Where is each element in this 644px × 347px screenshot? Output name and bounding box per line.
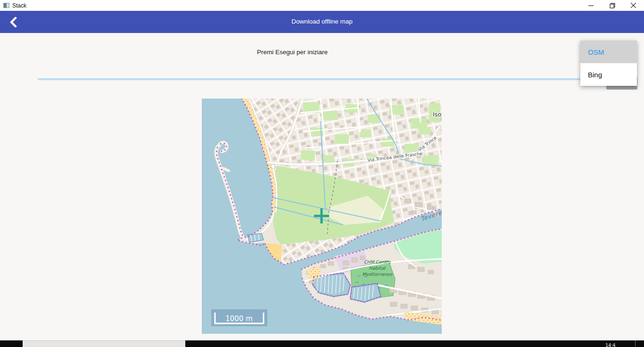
screen: Stack Downlo — [0, 0, 644, 347]
window-titlebar: Stack — [0, 0, 644, 11]
map-roundabout — [271, 165, 275, 168]
instruction-text: Premi Esegui per iniziare — [257, 49, 328, 56]
close-button[interactable] — [623, 0, 644, 11]
taskbar-app-segment[interactable] — [23, 340, 185, 347]
svg-text:CHM Centro: CHM Centro — [364, 259, 391, 264]
svg-text:Habitat: Habitat — [369, 265, 386, 271]
window-title: Stack — [12, 2, 26, 9]
taskbar-separator — [635, 340, 636, 347]
restore-icon — [610, 3, 615, 8]
map-canvas: Iso Via Trincea delle Frasche Via Trince… — [202, 99, 442, 334]
minimize-icon — [588, 3, 594, 8]
dropdown-item-bing[interactable]: Bing — [580, 63, 637, 86]
close-icon — [631, 3, 636, 8]
svg-text:Mediterraneo: Mediterraneo — [362, 272, 393, 277]
restore-button[interactable] — [602, 0, 623, 11]
minimize-button[interactable] — [580, 0, 602, 11]
map-scale-label: 1000 m — [225, 314, 253, 323]
map-source-dropdown: OSM Bing — [580, 41, 637, 86]
taskbar-clock[interactable]: 14:4 — [605, 342, 615, 347]
taskbar — [0, 340, 644, 347]
page-title: Download offline map — [0, 18, 644, 25]
map-view[interactable]: Iso Via Trincea delle Frasche Via Trince… — [202, 99, 442, 334]
progress-bar — [38, 78, 607, 80]
dropdown-item-osm[interactable]: OSM — [580, 41, 637, 63]
content-area: Premi Esegui per iniziare OSM Bing — [0, 33, 644, 340]
map-scale-bar: 1000 m — [211, 309, 267, 326]
map-label-place: Iso — [433, 111, 442, 118]
app-icon — [3, 3, 9, 8]
app-header: Download offline map — [0, 11, 644, 33]
